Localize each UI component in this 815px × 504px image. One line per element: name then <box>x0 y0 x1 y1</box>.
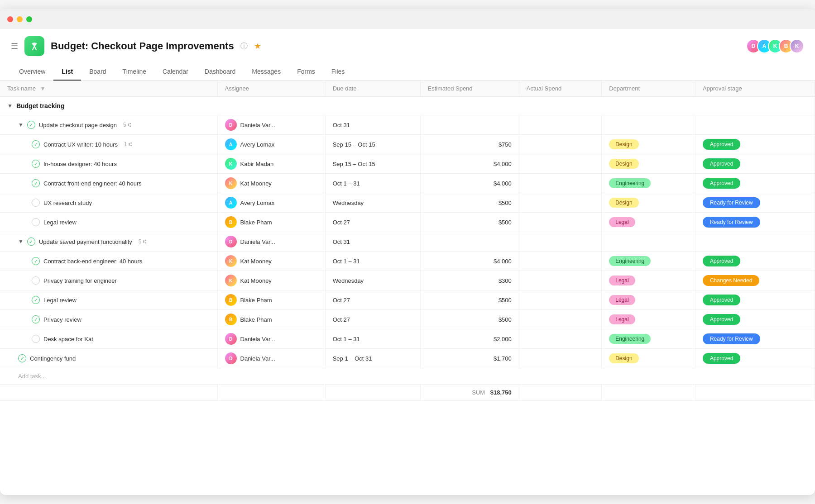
department: Legal <box>602 271 695 290</box>
estimated-spend: $500 <box>420 310 519 329</box>
col-department: Department <box>602 81 695 97</box>
task-label: In-house designer: 40 hours <box>43 161 117 167</box>
assignee-cell: D Daniela Var... <box>225 352 318 364</box>
task-label: Update saved payment functionality <box>39 238 132 245</box>
app-logo <box>24 36 44 56</box>
col-task-name[interactable]: Task name ▼ <box>0 81 217 97</box>
task-check[interactable] <box>32 199 40 207</box>
department: Legal <box>602 310 695 329</box>
department: Engineering <box>602 329 695 349</box>
app-window: ☰ Budget: Checkout Page Improvements ⓘ ★… <box>0 9 815 495</box>
due-date: Sep 15 – Oct 15 <box>325 135 420 154</box>
task-check[interactable] <box>32 335 40 343</box>
table-row: ▼ Update saved payment functionality 5 ⑆… <box>0 232 815 252</box>
task-name-dropdown-icon[interactable]: ▼ <box>40 86 45 92</box>
task-label: Legal review <box>43 219 77 226</box>
task-count: 5 ⑆ <box>139 238 146 245</box>
table-row: Legal review B Blake Pham Oct 27 $500 Le… <box>0 213 815 232</box>
estimated-spend <box>420 115 519 135</box>
sum-empty <box>695 385 815 401</box>
menu-icon[interactable]: ☰ <box>11 41 18 51</box>
approval-stage: Approved <box>695 252 815 271</box>
assignee-avatar: D <box>225 119 237 131</box>
estimated-spend: $1,700 <box>420 349 519 368</box>
avatar: K <box>790 39 804 53</box>
task-check[interactable] <box>32 140 40 148</box>
info-icon[interactable]: ⓘ <box>240 42 248 51</box>
department: Legal <box>602 290 695 310</box>
col-assignee: Assignee <box>217 81 325 97</box>
department: Design <box>602 154 695 174</box>
assignee-name: Blake Pham <box>240 297 272 304</box>
task-chevron-icon[interactable]: ▼ <box>18 238 24 245</box>
assignee-name: Kat Mooney <box>240 258 272 265</box>
tab-timeline[interactable]: Timeline <box>115 63 154 81</box>
task-check[interactable] <box>32 160 40 168</box>
actual-spend <box>519 154 601 174</box>
task-check[interactable] <box>32 179 40 187</box>
department-badge: Engineering <box>609 178 651 188</box>
task-label: Contingency fund <box>30 355 76 362</box>
task-check[interactable] <box>27 121 35 129</box>
assignee-avatar: B <box>225 314 237 325</box>
task-name-cell: ▼ Update checkout page design 5 ⑆ <box>18 121 210 129</box>
table-row: Privacy review B Blake Pham Oct 27 $500 … <box>0 310 815 329</box>
star-icon[interactable]: ★ <box>254 41 261 51</box>
assignee-name: Blake Pham <box>240 219 272 226</box>
approval-stage: Ready for Review <box>695 213 815 232</box>
tab-list[interactable]: List <box>53 63 81 81</box>
task-label: Desk space for Kat <box>43 336 93 342</box>
add-task-row[interactable]: Add task... <box>0 368 815 385</box>
due-date: Sep 1 – Oct 31 <box>325 349 420 368</box>
task-check[interactable] <box>18 354 26 362</box>
task-label: Privacy review <box>43 316 82 323</box>
maximize-dot[interactable] <box>26 16 32 22</box>
close-dot[interactable] <box>7 16 13 22</box>
add-task-label[interactable]: Add task... <box>18 373 46 380</box>
section-toggle-budget-tracking[interactable]: ▼ Budget tracking <box>7 102 807 109</box>
task-chevron-icon[interactable]: ▼ <box>18 122 24 128</box>
col-approval-stage: Approval stage <box>695 81 815 97</box>
assignee-name: Daniela Var... <box>240 336 275 342</box>
actual-spend <box>519 135 601 154</box>
task-check[interactable] <box>32 296 40 304</box>
tab-forms[interactable]: Forms <box>289 63 323 81</box>
task-check[interactable] <box>32 257 40 265</box>
tab-dashboard[interactable]: Dashboard <box>197 63 244 81</box>
department: Design <box>602 135 695 154</box>
tab-files[interactable]: Files <box>323 63 353 81</box>
assignee-cell: B Blake Pham <box>225 216 318 228</box>
approval-stage: Approved <box>695 174 815 193</box>
table-row: Desk space for Kat D Daniela Var... Oct … <box>0 329 815 349</box>
assignee-avatar: D <box>225 236 237 247</box>
task-check[interactable] <box>32 315 40 323</box>
task-name-cell: Legal review <box>32 218 210 226</box>
table-row: In-house designer: 40 hours K Kabir Mada… <box>0 154 815 174</box>
estimated-spend: $4,000 <box>420 154 519 174</box>
table-row: Contract front-end engineer: 40 hours K … <box>0 174 815 193</box>
section-chevron-icon: ▼ <box>7 103 13 109</box>
task-label: Contract front-end engineer: 40 hours <box>43 180 142 187</box>
due-date: Wednesday <box>325 193 420 213</box>
approval-stage: Approved <box>695 135 815 154</box>
task-check[interactable] <box>32 218 40 226</box>
assignee-cell: K Kat Mooney <box>225 255 318 267</box>
actual-spend <box>519 329 601 349</box>
task-label: Update checkout page design <box>39 122 117 128</box>
minimize-dot[interactable] <box>17 16 23 22</box>
task-check[interactable] <box>32 276 40 285</box>
task-label: Contract back-end engineer: 40 hours <box>43 258 142 265</box>
assignee-name: Daniela Var... <box>240 238 275 245</box>
task-check[interactable] <box>27 238 35 246</box>
header-left: ☰ Budget: Checkout Page Improvements ⓘ ★ <box>11 36 261 56</box>
department <box>602 232 695 252</box>
estimated-spend: $500 <box>420 193 519 213</box>
avatar-stack: D A K B K <box>746 39 804 53</box>
tab-calendar[interactable]: Calendar <box>154 63 197 81</box>
tab-messages[interactable]: Messages <box>244 63 289 81</box>
assignee-cell: D Daniela Var... <box>225 119 318 131</box>
tab-board[interactable]: Board <box>81 63 114 81</box>
approval-stage <box>695 115 815 135</box>
titlebar <box>0 9 815 29</box>
tab-overview[interactable]: Overview <box>11 63 53 81</box>
